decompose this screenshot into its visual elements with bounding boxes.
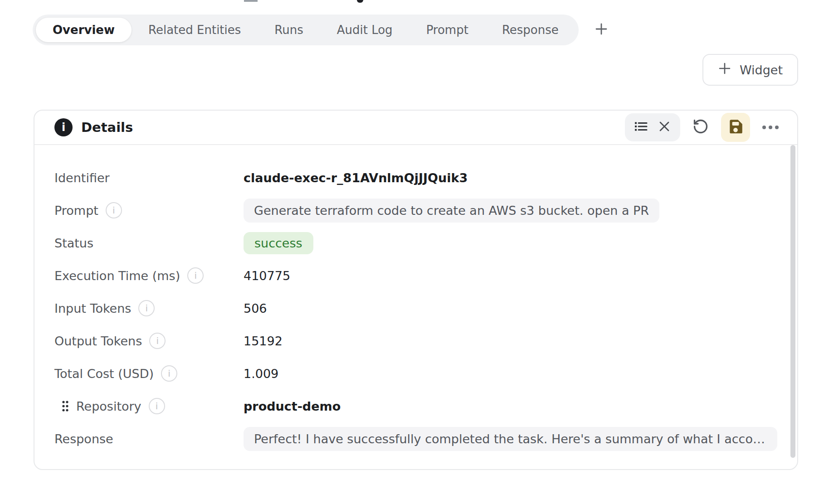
row-value-col: 410775 (244, 269, 777, 283)
row-value: claude-exec-r_81AVnlmQjJJQuik3 (244, 171, 468, 185)
drag-handle-icon[interactable] (62, 400, 69, 412)
row-response: ResponsePerfect! I have successfully com… (54, 422, 777, 455)
row-value-col: Generate terraform code to create an AWS… (244, 199, 777, 223)
row-value: Generate terraform code to create an AWS… (244, 199, 659, 223)
details-rows: Identifierclaude-exec-r_81AVnlmQjJJQuik3… (34, 145, 797, 455)
row-value-col: 15192 (244, 334, 777, 348)
row-value-col: Perfect! I have successfully completed t… (244, 427, 777, 451)
card-title: Details (81, 120, 133, 135)
row-label-col: Repositoryi (54, 398, 244, 414)
row-execution-time-ms: Execution Time (ms)i410775 (54, 259, 777, 292)
row-value: Perfect! I have successfully completed t… (244, 427, 777, 451)
cutoff-title-fragment-underscore (244, 0, 258, 2)
row-value: 410775 (244, 269, 290, 283)
row-status: Statussuccess (54, 227, 777, 259)
row-label-col: Input Tokensi (54, 300, 244, 316)
row-identifier: Identifierclaude-exec-r_81AVnlmQjJJQuik3 (54, 161, 777, 194)
tab-row: OverviewRelated EntitiesRunsAudit LogPro… (33, 15, 611, 45)
row-label: Input Tokens (54, 301, 131, 315)
row-label: Total Cost (USD) (54, 367, 154, 381)
card-toolbar (625, 113, 782, 142)
more-options-button[interactable] (759, 116, 782, 139)
row-value: 1.009 (244, 367, 278, 381)
row-label: Identifier (54, 171, 110, 185)
row-label-col: Output Tokensi (54, 333, 244, 349)
save-button[interactable] (721, 113, 750, 142)
save-icon (727, 118, 744, 137)
row-value-col: 506 (244, 301, 777, 315)
row-output-tokens: Output Tokensi15192 (54, 325, 777, 357)
row-value-col: 1.009 (244, 367, 777, 381)
row-label: Repository (76, 399, 141, 413)
plus-icon (718, 62, 731, 78)
row-label-col: Prompti (54, 202, 244, 218)
tab-bar: OverviewRelated EntitiesRunsAudit LogPro… (33, 15, 579, 45)
add-widget-button[interactable]: Widget (702, 54, 798, 86)
add-widget-label: Widget (740, 63, 783, 77)
close-button[interactable] (653, 116, 676, 139)
undo-button[interactable] (689, 116, 712, 139)
toolbar-pill (625, 113, 680, 141)
ellipsis-icon (761, 123, 780, 132)
row-value: 506 (244, 301, 267, 315)
undo-icon (692, 118, 709, 136)
info-icon[interactable]: i (106, 202, 122, 218)
row-value-col: product-demo (244, 399, 777, 413)
row-value-col: success (244, 232, 777, 254)
row-label: Output Tokens (54, 334, 142, 348)
tab-response[interactable]: Response (485, 18, 575, 42)
info-icon[interactable]: i (187, 267, 204, 284)
cutoff-title-fragment-descender (357, 0, 363, 3)
close-icon (658, 120, 671, 135)
row-value: product-demo (244, 399, 341, 413)
row-repository: Repositoryiproduct-demo (54, 390, 777, 422)
row-label: Status (54, 236, 93, 250)
info-icon[interactable]: i (161, 365, 177, 382)
row-label-col: Total Cost (USD)i (54, 365, 244, 382)
row-value: success (244, 232, 313, 254)
tab-runs[interactable]: Runs (258, 18, 320, 42)
list-button[interactable] (629, 116, 652, 139)
row-value-col: claude-exec-r_81AVnlmQjJJQuik3 (244, 171, 777, 185)
list-icon (633, 119, 648, 136)
info-filled-icon: i (54, 118, 73, 136)
tab-overview[interactable]: Overview (36, 18, 132, 42)
info-icon[interactable]: i (149, 398, 165, 414)
info-icon[interactable]: i (149, 333, 166, 349)
row-label: Response (54, 432, 113, 446)
add-tab-button[interactable] (591, 20, 611, 40)
scrollbar-thumb[interactable] (790, 145, 795, 458)
tab-related-entities[interactable]: Related Entities (132, 18, 258, 42)
row-value: 15192 (244, 334, 283, 348)
details-card-header: i Details (34, 111, 797, 145)
tab-audit-log[interactable]: Audit Log (320, 18, 410, 42)
row-label-col: Response (54, 432, 244, 446)
tab-prompt[interactable]: Prompt (410, 18, 485, 42)
row-label-col: Status (54, 236, 244, 250)
plus-icon (594, 21, 609, 39)
row-prompt: PromptiGenerate terraform code to create… (54, 194, 777, 227)
row-label-col: Execution Time (ms)i (54, 267, 244, 284)
row-label: Prompt (54, 204, 98, 218)
row-label: Execution Time (ms) (54, 269, 180, 283)
row-label-col: Identifier (54, 171, 244, 185)
info-icon[interactable]: i (138, 300, 155, 316)
row-input-tokens: Input Tokensi506 (54, 292, 777, 325)
details-card: i Details (34, 110, 798, 470)
row-total-cost-usd: Total Cost (USD)i1.009 (54, 357, 777, 390)
